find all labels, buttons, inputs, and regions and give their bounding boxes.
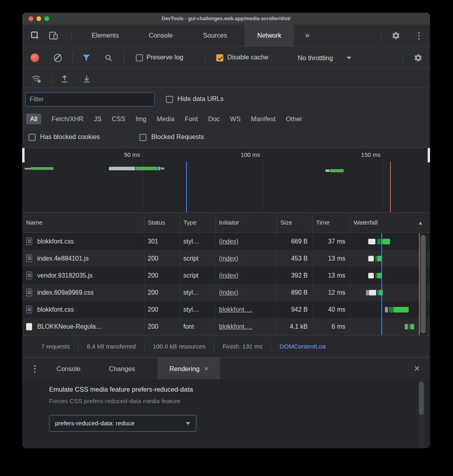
clear-button[interactable]: [54, 54, 62, 62]
table-row[interactable]: index.4e884101.js 200 script (index) 453…: [22, 250, 430, 267]
record-button[interactable]: [30, 53, 39, 62]
preserve-log-label[interactable]: Preserve log: [147, 53, 183, 61]
filter-pill-css[interactable]: CSS: [112, 115, 125, 123]
throttling-select[interactable]: No throttling: [298, 47, 351, 69]
table-row[interactable]: blokkfont.css 200 styl… blokkfont.… 942 …: [22, 301, 430, 318]
filter-toggle-button[interactable]: [82, 54, 91, 62]
has-blocked-cookies-checkbox[interactable]: [29, 134, 36, 141]
cell-size: 669 B: [277, 233, 313, 250]
record-icon: [30, 53, 39, 62]
network-overview[interactable]: 50 ms 100 ms 150 ms: [22, 148, 430, 212]
network-settings-button[interactable]: [413, 53, 423, 63]
network-toolbar: Preserve log Disable cache No throttling: [22, 47, 430, 69]
column-header-status[interactable]: Status: [145, 213, 180, 232]
hide-data-urls-label[interactable]: Hide data URLs: [177, 95, 223, 103]
prefers-reduced-data-select[interactable]: prefers-reduced-data: reduce: [49, 415, 196, 432]
devtools-window: DevTools - gui-challenges.web.app/media-…: [22, 13, 430, 448]
cell-type: font: [180, 318, 216, 335]
has-blocked-cookies-label[interactable]: Has blocked cookies: [40, 133, 100, 141]
cell-initiator: blokkfont.…: [216, 301, 277, 318]
filter-pill-other[interactable]: Other: [286, 115, 302, 123]
filter-pill-manifest[interactable]: Manifest: [251, 115, 276, 123]
search-button[interactable]: [104, 53, 113, 62]
drawer-scrollbar-thumb[interactable]: [419, 382, 424, 415]
tab-close-icon[interactable]: ×: [204, 365, 209, 372]
drawer-tab-rendering[interactable]: Rendering ×: [158, 358, 220, 380]
cell-initiator: (index): [216, 250, 277, 267]
more-tabs-button[interactable]: »: [300, 25, 314, 46]
inspect-button[interactable]: [29, 30, 41, 41]
hide-data-urls-checkbox[interactable]: [166, 96, 173, 103]
drawer-close-button[interactable]: ×: [411, 358, 423, 380]
sort-ascending-icon: ▲: [418, 220, 423, 226]
column-header-size[interactable]: Size: [277, 213, 313, 232]
cell-initiator: (index): [216, 284, 277, 301]
filter-pill-img[interactable]: Img: [135, 115, 147, 123]
initiator-link[interactable]: (index): [219, 255, 238, 262]
table-row[interactable]: index.609a9969.css 200 styl… (index) 890…: [22, 284, 430, 301]
tab-network[interactable]: Network: [245, 25, 294, 46]
blocked-requests-label[interactable]: Blocked Requests: [151, 133, 204, 141]
select-value: prefers-reduced-data: reduce: [55, 420, 135, 427]
cell-initiator: (index): [216, 267, 277, 284]
filter-pill-js[interactable]: JS: [94, 115, 101, 123]
summary-bar: 7 requests 8.4 kB transferred 100.0 kB r…: [22, 335, 430, 357]
column-header-initiator[interactable]: Initiator: [216, 213, 277, 232]
drawer-tab-console[interactable]: Console: [47, 358, 90, 380]
main-menu-button[interactable]: [414, 31, 424, 40]
filter-pill-ws[interactable]: WS: [230, 115, 241, 123]
chevron-down-icon: [186, 422, 190, 425]
divider: [205, 52, 206, 63]
import-har-button[interactable]: [60, 74, 69, 84]
cell-name: vendor.93182035.js: [22, 267, 145, 284]
drawer-tab-rendering-label: Rendering: [169, 358, 200, 380]
tab-console[interactable]: Console: [139, 25, 183, 46]
divider: [71, 29, 72, 42]
initiator-link[interactable]: blokkfont.…: [219, 306, 252, 313]
column-header-waterfall[interactable]: Waterfall ▲: [350, 213, 430, 232]
filter-pill-font[interactable]: Font: [185, 115, 198, 123]
stylesheet-file-icon: [26, 289, 32, 296]
waterfall-cell: [350, 250, 430, 267]
column-header-time[interactable]: Time: [313, 213, 350, 232]
drawer-menu-button[interactable]: [32, 364, 38, 373]
cell-time: 13 ms: [313, 250, 350, 267]
cell-type: script: [180, 267, 216, 284]
initiator-link[interactable]: (index): [219, 289, 238, 296]
disable-cache-label[interactable]: Disable cache: [227, 53, 268, 61]
filter-pill-all[interactable]: All: [26, 114, 41, 124]
tab-elements[interactable]: Elements: [84, 25, 127, 46]
export-har-button[interactable]: [82, 74, 91, 84]
tab-sources[interactable]: Sources: [193, 25, 237, 46]
filter-pill-doc[interactable]: Doc: [208, 115, 220, 123]
column-header-name[interactable]: Name: [22, 213, 145, 232]
table-row[interactable]: blokkfont.css 301 styl… (index) 669 B 37…: [22, 233, 430, 250]
initiator-link[interactable]: (index): [219, 238, 238, 245]
blocked-requests-checkbox[interactable]: [139, 134, 147, 141]
request-type-filters: All Fetch/XHR JS CSS Img Media Font Doc …: [22, 111, 430, 127]
dcl-marker-line: [381, 233, 382, 335]
cell-name: BLOKKNeue-Regula…: [22, 318, 145, 335]
column-header-type[interactable]: Type: [180, 213, 216, 232]
table-row[interactable]: vendor.93182035.js 200 script (index) 39…: [22, 267, 430, 284]
table-scrollbar-thumb[interactable]: [421, 235, 426, 333]
blocked-filters-row: Has blocked cookies Blocked Requests: [22, 127, 430, 148]
preserve-log-checkbox[interactable]: [136, 54, 143, 61]
network-conditions-button[interactable]: [31, 73, 42, 84]
kebab-menu-icon: [418, 32, 420, 40]
filter-pill-media[interactable]: Media: [157, 115, 175, 123]
settings-button[interactable]: [391, 31, 401, 40]
disable-cache-checkbox[interactable]: [216, 54, 223, 61]
filter-pill-fetch-xhr[interactable]: Fetch/XHR: [51, 115, 84, 123]
initiator-link[interactable]: blokkfont.…: [219, 323, 252, 330]
kebab-menu-icon: [34, 365, 36, 373]
divider: [124, 52, 124, 63]
drawer-tab-changes[interactable]: Changes: [100, 358, 144, 380]
filter-input[interactable]: [25, 92, 154, 107]
initiator-link[interactable]: (index): [219, 272, 238, 279]
titlebar: DevTools - gui-challenges.web.app/media-…: [22, 13, 430, 25]
cell-status: 200: [145, 284, 180, 301]
table-row[interactable]: BLOKKNeue-Regula… 200 font blokkfont.… 4…: [22, 318, 430, 335]
divider: [381, 29, 381, 42]
device-toolbar-button[interactable]: [48, 30, 59, 41]
